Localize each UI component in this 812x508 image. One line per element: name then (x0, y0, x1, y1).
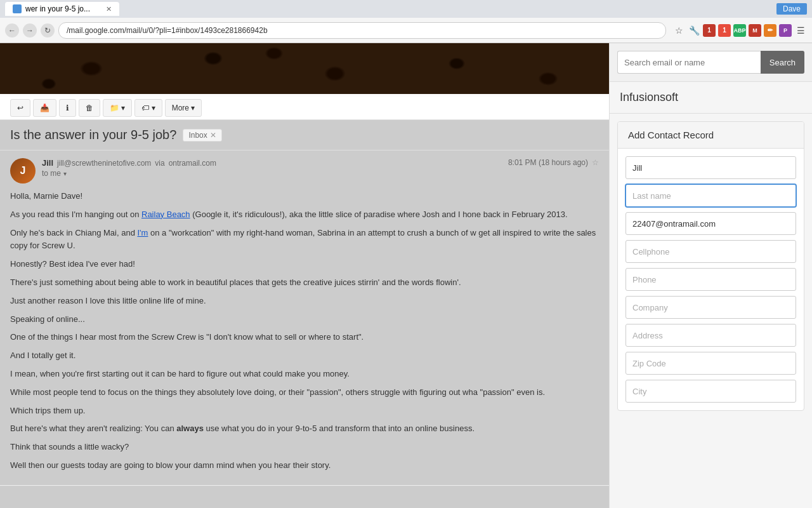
back-button[interactable]: ← (5, 23, 19, 37)
browser-toolbar: ← → ↻ ☆ 🔧 1 1 ABP M ✏ P ☰ (0, 18, 812, 43)
via-domain: ontramail.com (169, 159, 216, 168)
more-button[interactable]: More ▾ (165, 99, 202, 117)
panel-search-bar: Search (610, 43, 812, 82)
form-title: Add Contact Record (618, 122, 804, 149)
cellphone-input[interactable] (625, 240, 796, 263)
delete-button[interactable]: 🗑 (79, 99, 100, 117)
last-name-input[interactable] (625, 184, 796, 207)
timestamp-text: 8:01 PM (18 hours ago) (508, 158, 588, 167)
body-line-10: I mean, when you're first starting out i… (10, 368, 599, 381)
bookmark-icon[interactable]: ☆ (672, 24, 685, 37)
main-area: 🔍 ↩ 📥 ℹ 🗑 📁 ▾ 🏷 ▾ More ▾ Is the answer i… (0, 43, 812, 508)
gmail-action-bar: ↩ 📥 ℹ 🗑 📁 ▾ 🏷 ▾ More ▾ (0, 97, 609, 120)
panel-search-button[interactable]: Search (761, 51, 804, 74)
zip-input[interactable] (625, 352, 796, 375)
folder-button[interactable]: 📁 ▾ (103, 99, 132, 117)
avatar: J (10, 158, 36, 184)
reply-button[interactable]: ↩ (10, 99, 30, 117)
tab-close-button[interactable]: ✕ (106, 5, 112, 13)
browser-titlebar: wer in your 9-5 jo... ✕ Dave (0, 0, 812, 18)
email-input[interactable] (625, 212, 796, 235)
ext-2-icon[interactable]: 1 (718, 24, 731, 37)
tab-favicon (13, 4, 22, 13)
body-line-2: As you read this I'm hanging out on Rail… (10, 208, 599, 222)
first-name-input[interactable] (625, 156, 796, 179)
inbox-badge-label: Inbox (188, 131, 207, 140)
info-button[interactable]: ℹ (59, 99, 76, 117)
infusionsoft-panel: Search Infusionsoft Add Contact Record (609, 43, 812, 508)
gmail-header-bg (0, 43, 609, 94)
city-input[interactable] (625, 380, 796, 403)
body-line-13: But here's what they aren't realizing: Y… (10, 422, 599, 436)
abp-icon[interactable]: ABP (733, 24, 746, 37)
address-input[interactable] (625, 324, 796, 347)
ext-pen-icon[interactable]: ✏ (764, 24, 776, 37)
im-link[interactable]: I'm (137, 228, 148, 237)
email-subject-bar: Is the answer in your 9-5 job? Inbox ✕ (0, 120, 609, 150)
email-meta: Jill jill@screwtheninetofive.com via ont… (42, 158, 502, 178)
reload-button[interactable]: ↻ (41, 23, 55, 37)
extensions-icon[interactable]: 🔧 (688, 24, 700, 37)
form-fields (618, 149, 804, 410)
body-line-9: And I totally get it. (10, 349, 599, 363)
body-line-3: Only he's back in Chiang Mai, and I'm on… (10, 227, 599, 253)
inbox-badge: Inbox ✕ (183, 129, 221, 142)
email-timestamp: 8:01 PM (18 hours ago) ☆ (508, 158, 599, 167)
browser-user-label: Dave (776, 3, 807, 15)
ext-1-icon[interactable]: 1 (703, 24, 716, 37)
ext-p-icon[interactable]: P (779, 24, 792, 37)
sender-email: jill@screwtheninetofive.com (57, 159, 151, 168)
to-me-line: to me ▾ (42, 169, 502, 178)
body-line-15: Well then our guests today are going to … (10, 459, 599, 472)
archive-button[interactable]: 📥 (33, 99, 56, 117)
email-body: Holla, Marnie Dave! As you read this I'm… (10, 190, 599, 472)
inbox-badge-close[interactable]: ✕ (210, 131, 216, 140)
star-icon[interactable]: ☆ (592, 158, 599, 167)
body-line-8: One of the things I hear most from the S… (10, 331, 599, 344)
body-line-7: Speaking of online... (10, 313, 599, 326)
body-line-11: While most people tend to focus on the t… (10, 386, 599, 399)
body-line-12: Which trips them up. (10, 404, 599, 418)
ext-m-icon[interactable]: M (749, 24, 761, 37)
body-line-14: Think that sounds a little wacky? (10, 441, 599, 454)
via-text: via (155, 159, 164, 168)
email-subject: Is the answer in your 9-5 job? (10, 128, 176, 142)
sender-line: Jill jill@screwtheninetofive.com via ont… (42, 158, 502, 168)
toolbar-extensions: ☆ 🔧 1 1 ABP M ✏ P ☰ (672, 24, 807, 37)
browser-tab[interactable]: wer in your 9-5 jo... ✕ (5, 2, 119, 16)
body-line-4: Honestly? Best idea I've ever had! (10, 258, 599, 271)
email-header: J Jill jill@screwtheninetofive.com via o… (10, 158, 599, 184)
gmail-area: 🔍 ↩ 📥 ℹ 🗑 📁 ▾ 🏷 ▾ More ▾ Is the answer i… (0, 43, 609, 508)
email-message: J Jill jill@screwtheninetofive.com via o… (0, 150, 609, 486)
label-button[interactable]: 🏷 ▾ (134, 99, 162, 117)
phone-input[interactable] (625, 268, 796, 291)
address-bar[interactable] (58, 22, 666, 39)
menu-icon[interactable]: ☰ (794, 24, 807, 37)
panel-search-input[interactable] (617, 51, 761, 74)
add-contact-form: Add Contact Record (617, 121, 804, 411)
to-me-dropdown[interactable]: ▾ (63, 170, 67, 177)
panel-brand: Infusionsoft (610, 82, 812, 114)
body-line-6: Just another reason I love this little o… (10, 295, 599, 308)
to-me-text: to me (42, 169, 61, 178)
forward-button[interactable]: → (23, 23, 37, 37)
railay-link[interactable]: Railay Beach (141, 210, 190, 219)
body-line-5: There's just something about being able … (10, 276, 599, 290)
body-line-1: Holla, Marnie Dave! (10, 190, 599, 203)
sender-name: Jill (42, 158, 53, 168)
brand-name: Infusionsoft (620, 91, 678, 104)
company-input[interactable] (625, 296, 796, 319)
tab-title: wer in your 9-5 jo... (25, 4, 90, 13)
